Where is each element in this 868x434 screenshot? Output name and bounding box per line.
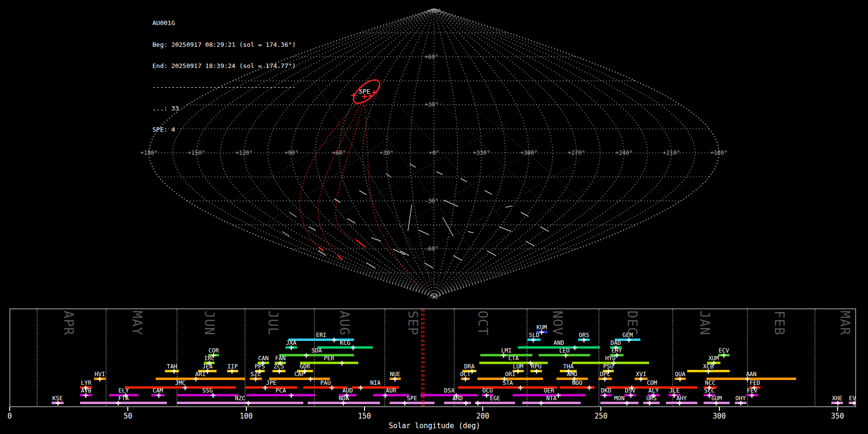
shower-peak-marker-sta: +: [518, 383, 523, 392]
shower-peak-marker-kum: +: [539, 328, 544, 336]
shower-peak-marker-kse: +: [55, 399, 60, 407]
meteor-track: [309, 227, 316, 231]
x-axis-tick: [9, 407, 10, 411]
shower-bar-pau: [303, 386, 348, 389]
longitude-label: +120°: [235, 149, 253, 156]
background-chord: [309, 122, 509, 231]
meteor-track: [453, 256, 462, 260]
observation-info-block: AU001G Beg: 20250917 08:29:21 (sol = 174…: [152, 6, 296, 148]
shower-bar-dsx: [420, 394, 478, 396]
shower-bar-aur: [373, 394, 409, 396]
shower-label-nta: NTA: [546, 395, 557, 401]
shower-peak-marker-avb: +: [83, 391, 88, 399]
sky-map-sinusoidal-projection: +180°+150°+120°+90°+60°+30°+0°+330°+300°…: [0, 0, 868, 309]
month-boundary-line: [814, 309, 815, 407]
month-label: FEB: [773, 311, 786, 336]
meteor-track: [526, 241, 534, 246]
shower-peak-marker-cap: +: [308, 375, 313, 383]
shower-peak-marker-sld: +: [531, 336, 536, 344]
x-axis-tick-label: 150: [358, 412, 371, 420]
month-label: NOV: [551, 311, 564, 336]
shower-peak-marker-pau: +: [329, 383, 334, 392]
shower-label-sda: SDA: [312, 348, 322, 353]
x-axis-tick: [719, 407, 720, 411]
meteor-track: [521, 212, 529, 217]
x-axis-tick-label: 100: [240, 412, 253, 420]
latitude-label: +90°: [427, 8, 441, 14]
meteor-track: [408, 204, 412, 231]
latitude-label: +60°: [425, 54, 439, 60]
shower-peak-marker-xhe: +: [835, 399, 840, 407]
latitude-label: -90°: [428, 294, 442, 300]
longitude-label: +210°: [663, 149, 680, 156]
shower-label-ard: ARD: [452, 395, 463, 401]
x-axis-tick: [482, 407, 483, 411]
month-label: OCT: [476, 311, 489, 336]
longitude-label: +180°: [140, 149, 158, 156]
x-axis-tick: [600, 407, 601, 411]
shower-peak-marker-spe: +: [402, 399, 407, 407]
background-chord: [482, 113, 600, 217]
x-axis-tick-label: 250: [595, 412, 608, 420]
shower-label-jpe: JPE: [266, 380, 277, 386]
longitude-label: +240°: [615, 149, 633, 156]
separator-line: --------------------------------------: [152, 84, 296, 91]
background-chord: [340, 145, 542, 260]
radiant-map-and-activity-chart: +180°+150°+120°+90°+60°+30°+0°+330°+300°…: [0, 0, 868, 434]
meteor-track: [540, 227, 549, 231]
shower-bar-sda: [279, 354, 354, 356]
shower-peak-marker-sda: +: [304, 351, 309, 359]
shower-peak-marker-szc: +: [253, 375, 258, 383]
shower-peak-marker-rpu: +: [534, 367, 539, 375]
longitude-label: +0°: [429, 149, 439, 156]
shower-peak-marker-gum: +: [714, 399, 719, 407]
shower-peak-marker-jxa: +: [289, 343, 294, 352]
latitude-label: -30°: [425, 198, 439, 204]
month-boundary-line: [176, 309, 177, 407]
shower-bar-fta: [80, 402, 167, 404]
meteor-track: [359, 190, 366, 195]
month-label: JUN: [203, 311, 216, 336]
shower-label-nia: NIA: [370, 380, 380, 386]
x-axis-tick: [364, 407, 365, 411]
meteor-track: [393, 249, 405, 255]
shower-label-cta: CTA: [508, 355, 519, 361]
x-axis-tick-label: 0: [7, 412, 12, 420]
shower-peak-marker-fev: +: [749, 391, 754, 399]
longitude-label: +270°: [568, 149, 585, 156]
spe-drift-end: [356, 240, 366, 247]
shower-bar-ssg: [177, 394, 238, 396]
shower-label-spe: SPE: [407, 395, 418, 401]
shower-bar-nzc: [177, 402, 303, 404]
shower-bar-spe: [390, 402, 434, 404]
longitude-gridline: [434, 9, 505, 297]
shower-peak-marker-ssg: +: [211, 391, 216, 399]
shower-peak-marker-ocu: +: [484, 391, 489, 399]
month-label: MAY: [131, 311, 144, 336]
longitude-label: +180°: [710, 149, 728, 156]
longitude-label: +90°: [285, 149, 298, 156]
shower-label-sta: STA: [502, 380, 513, 386]
background-chord: [416, 175, 609, 289]
month-boundary-line: [598, 309, 599, 407]
shower-peak-marker-nia: +: [358, 383, 363, 392]
spe-map-label: SPE: [359, 88, 370, 95]
meteor-track: [468, 231, 474, 233]
month-boundary-line: [314, 309, 315, 407]
shower-peak-marker-aan: +: [745, 375, 750, 383]
shower-label-eri: ERI: [316, 332, 326, 338]
shower-bar-jpe: [245, 386, 297, 389]
shower-peak-marker-mon: +: [624, 399, 629, 407]
shower-peak-marker-gem: +: [626, 336, 631, 344]
current-sol-marker: [423, 309, 424, 407]
shower-peak-marker-cam: +: [156, 391, 161, 399]
shower-label-noo: NOO: [572, 380, 583, 386]
background-chord: [314, 81, 436, 288]
shower-bar-kcg: [317, 346, 373, 349]
meteor-track: [410, 164, 416, 167]
shower-label-oer: OER: [544, 388, 555, 393]
shower-peak-marker-fta: +: [116, 399, 121, 407]
longitude-label: +330°: [473, 149, 490, 156]
longitude-label: +30°: [380, 149, 393, 156]
shower-label-pca: PCA: [276, 388, 286, 393]
